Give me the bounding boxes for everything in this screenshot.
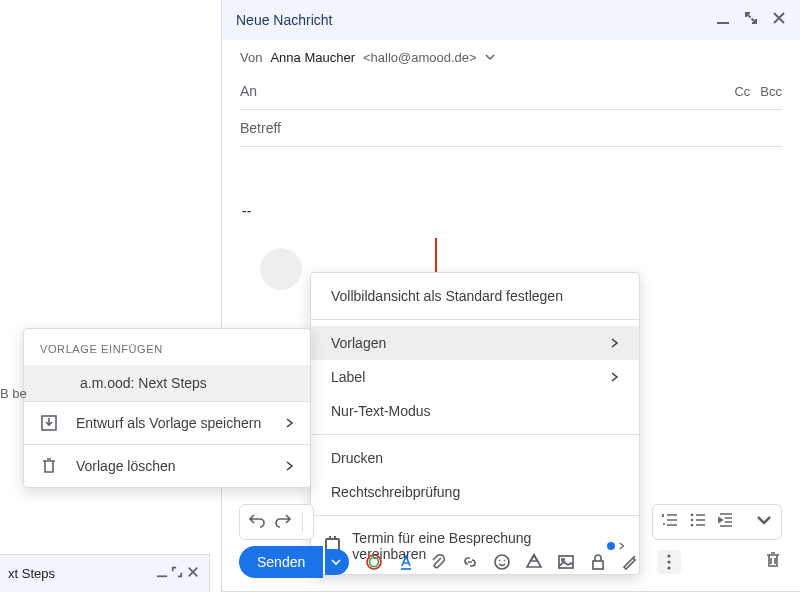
attach-icon[interactable] bbox=[429, 553, 447, 571]
save-icon bbox=[40, 414, 58, 432]
svg-point-12 bbox=[495, 555, 509, 569]
subject-placeholder: Betreff bbox=[240, 120, 281, 136]
undo-icon[interactable] bbox=[248, 511, 266, 533]
svg-point-14 bbox=[504, 560, 506, 562]
svg-point-20 bbox=[668, 566, 671, 569]
window-controls bbox=[716, 11, 786, 29]
minimize-icon[interactable] bbox=[716, 11, 730, 29]
menu-plaintext[interactable]: Nur-Text-Modus bbox=[311, 394, 639, 428]
chevron-right-icon bbox=[286, 418, 294, 428]
from-label: Von bbox=[240, 50, 262, 65]
signature-separator: -- bbox=[242, 203, 780, 219]
svg-point-7 bbox=[691, 519, 694, 522]
menu-item-label: a.m.ood: Next Steps bbox=[80, 375, 207, 391]
svg-rect-17 bbox=[593, 561, 603, 569]
menu-item-label: Rechtschreibprüfung bbox=[331, 484, 460, 500]
template-saved-item[interactable]: a.m.ood: Next Steps bbox=[24, 365, 310, 401]
from-name: Anna Maucher bbox=[270, 50, 355, 65]
minimize-icon[interactable] bbox=[156, 566, 168, 581]
chevron-right-icon bbox=[611, 338, 619, 348]
list-bulleted-icon[interactable] bbox=[689, 511, 707, 533]
menu-item-label: Nur-Text-Modus bbox=[331, 403, 431, 419]
link-icon[interactable] bbox=[461, 553, 479, 571]
indent-decrease-icon[interactable] bbox=[717, 511, 735, 533]
list-ordered-icon[interactable] bbox=[661, 511, 679, 533]
grammarly-icon[interactable] bbox=[365, 553, 383, 571]
message-body[interactable]: -- bbox=[240, 147, 782, 257]
cc-button[interactable]: Cc bbox=[734, 84, 750, 99]
menu-item-label: Label bbox=[331, 369, 365, 385]
chevron-right-icon bbox=[286, 461, 294, 471]
menu-fullscreen-default[interactable]: Vollbildansicht als Standard festlegen bbox=[311, 279, 639, 313]
menu-label[interactable]: Label bbox=[311, 360, 639, 394]
templates-submenu: VORLAGE EINFÜGEN a.m.ood: Next Steps Ent… bbox=[23, 328, 311, 488]
drive-icon[interactable] bbox=[525, 553, 543, 571]
format-toolbar-right bbox=[652, 504, 782, 540]
minimized-tab-title: xt Steps bbox=[8, 566, 55, 581]
fullscreen-icon[interactable] bbox=[744, 11, 758, 29]
menu-item-label: Drucken bbox=[331, 450, 383, 466]
template-save-draft[interactable]: Entwurf als Vorlage speichern bbox=[24, 402, 310, 444]
minimized-tab-controls bbox=[156, 566, 199, 581]
menu-separator bbox=[311, 319, 639, 320]
chevron-down-icon[interactable] bbox=[485, 50, 495, 65]
to-label: An bbox=[240, 83, 257, 99]
svg-point-13 bbox=[499, 560, 501, 562]
svg-point-6 bbox=[691, 514, 694, 517]
trash-icon bbox=[40, 457, 58, 475]
text-format-icon[interactable] bbox=[397, 553, 415, 571]
menu-templates[interactable]: Vorlagen bbox=[311, 326, 639, 360]
svg-point-10 bbox=[370, 558, 379, 567]
compose-toolbar: Senden bbox=[239, 546, 782, 578]
send-options-button[interactable] bbox=[325, 549, 349, 575]
menu-item-label: Vorlagen bbox=[331, 335, 386, 351]
menu-print[interactable]: Drucken bbox=[311, 441, 639, 475]
chevron-right-icon bbox=[611, 372, 619, 382]
confidential-icon[interactable] bbox=[589, 553, 607, 571]
to-row[interactable]: An Cc Bcc bbox=[240, 75, 782, 110]
emoji-icon[interactable] bbox=[493, 553, 511, 571]
menu-spellcheck[interactable]: Rechtschreibprüfung bbox=[311, 475, 639, 509]
svg-point-16 bbox=[562, 559, 565, 562]
redo-icon[interactable] bbox=[274, 511, 292, 533]
from-row[interactable]: Von Anna Maucher <hallo@amood.de> bbox=[240, 40, 782, 75]
menu-item-label: Vollbildansicht als Standard festlegen bbox=[331, 288, 563, 304]
send-button[interactable]: Senden bbox=[239, 546, 323, 578]
image-icon[interactable] bbox=[557, 553, 575, 571]
template-delete[interactable]: Vorlage löschen bbox=[24, 445, 310, 487]
bcc-button[interactable]: Bcc bbox=[760, 84, 782, 99]
close-icon[interactable] bbox=[772, 11, 786, 29]
format-toolbar-left bbox=[239, 504, 314, 540]
compose-header: Neue Nachricht bbox=[222, 0, 800, 40]
subject-row[interactable]: Betreff bbox=[240, 110, 782, 147]
toolbar-separator bbox=[302, 512, 303, 532]
more-options-menu: Vollbildansicht als Standard festlegen V… bbox=[310, 272, 640, 575]
compose-body: Von Anna Maucher <hallo@amood.de> An Cc … bbox=[222, 40, 800, 257]
discard-draft-button[interactable] bbox=[764, 551, 782, 573]
chevron-down-icon[interactable] bbox=[755, 511, 773, 533]
svg-rect-15 bbox=[559, 556, 573, 568]
svg-point-18 bbox=[668, 554, 671, 557]
from-email: <hallo@amood.de> bbox=[363, 50, 477, 65]
templates-header: VORLAGE EINFÜGEN bbox=[24, 341, 310, 365]
menu-item-label: Entwurf als Vorlage speichern bbox=[76, 415, 261, 431]
svg-point-8 bbox=[691, 524, 694, 527]
menu-item-label: Vorlage löschen bbox=[76, 458, 176, 474]
compose-title: Neue Nachricht bbox=[236, 12, 333, 28]
vertical-divider bbox=[435, 238, 437, 274]
svg-point-19 bbox=[668, 560, 671, 563]
avatar bbox=[260, 248, 302, 290]
minimized-compose-tab[interactable]: xt Steps bbox=[0, 554, 210, 592]
menu-separator bbox=[311, 515, 639, 516]
truncated-edge-text: B be bbox=[0, 386, 27, 401]
compose-icon-row bbox=[365, 550, 681, 574]
more-options-button[interactable] bbox=[657, 550, 681, 574]
menu-separator bbox=[311, 434, 639, 435]
fullscreen-icon[interactable] bbox=[171, 566, 183, 581]
send-label: Senden bbox=[257, 554, 305, 570]
close-icon[interactable] bbox=[187, 566, 199, 581]
signature-icon[interactable] bbox=[621, 553, 639, 571]
